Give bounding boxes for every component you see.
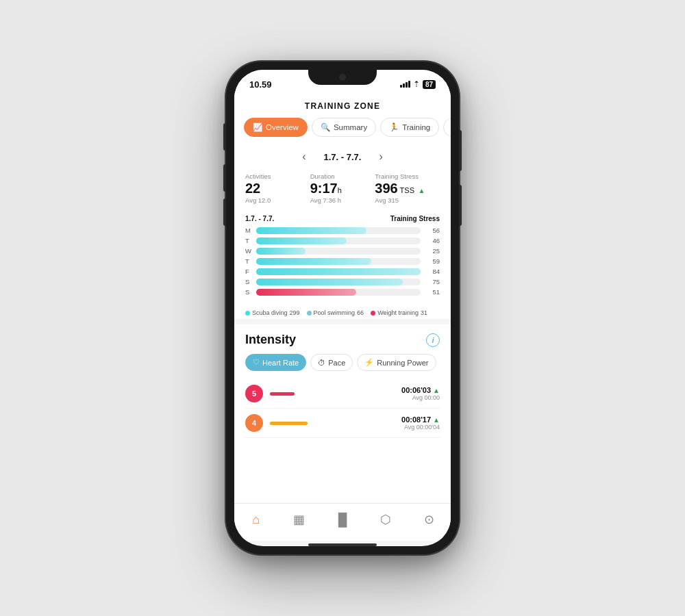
- weight-label: Weight training: [377, 309, 419, 316]
- nav-calendar[interactable]: ▦: [277, 509, 321, 530]
- tab-overview-label: Overview: [266, 123, 299, 131]
- subtab-runningpower[interactable]: ⚡ Running Power: [357, 354, 436, 371]
- bar-container-w: [256, 248, 421, 255]
- stat-tss: Training Stress 396 TSS ▲ Avg 315: [375, 172, 440, 204]
- bar-fill-m: [256, 227, 366, 234]
- bar-container-t1: [256, 238, 421, 244]
- trend-4: ▲: [433, 416, 440, 424]
- stat-duration: Duration 9:17h Avg 7:36 h: [310, 172, 375, 204]
- legend-weight: Weight training 31: [371, 309, 427, 316]
- legend-scuba: Scuba diving 299: [245, 309, 300, 316]
- tab-summary[interactable]: 🔍 Summary: [312, 118, 376, 137]
- bar-container-t2: [256, 258, 421, 265]
- status-time: 10.59: [249, 79, 272, 90]
- prev-date-btn[interactable]: ‹: [298, 149, 310, 164]
- tss-trend: ▲: [419, 187, 425, 194]
- date-nav: ‹ 1.7. - 7.7. ›: [234, 144, 451, 170]
- profile-icon: ⊙: [424, 512, 434, 527]
- intensity-subtabs: ♡ Heart Rate ⏱ Pace ⚡ Running Power: [245, 354, 440, 371]
- status-right: ⇡ 87: [400, 79, 436, 89]
- bar-row-m: M 56: [245, 227, 440, 234]
- bar-container-m: [256, 227, 421, 234]
- chart-column-label: Training Stress: [390, 215, 440, 222]
- scuba-dot: [245, 311, 250, 316]
- info-button[interactable]: i: [426, 333, 440, 347]
- signal-bar-2: [403, 84, 405, 88]
- stats-row: Activities 22 Avg 12.0 Duration 9:17h Av…: [234, 170, 451, 209]
- date-range: 1.7. - 7.7.: [324, 152, 362, 162]
- chart-period: 1.7. - 7.7.: [245, 215, 274, 222]
- bar-row-t1: T 46: [245, 237, 440, 244]
- intensity-bars-4: [270, 422, 395, 425]
- intensity-section: Intensity i ♡ Heart Rate ⏱ Pace: [234, 324, 451, 444]
- heartrate-icon: ♡: [253, 358, 260, 367]
- bar-row-s1: S 75: [245, 278, 440, 285]
- section-divider: [234, 319, 451, 324]
- main-content[interactable]: TRAINING ZONE 📈 Overview 🔍 Summary 🏃 Tra…: [234, 94, 451, 503]
- tss-avg: Avg 315: [375, 196, 440, 204]
- subtab-heartrate[interactable]: ♡ Heart Rate: [245, 354, 306, 371]
- tab-s[interactable]: S: [443, 118, 451, 137]
- intensity-time-4: 00:08'17 ▲: [401, 415, 440, 424]
- training-icon: 🏃: [389, 123, 399, 132]
- mini-bar-5: [270, 392, 295, 396]
- intensity-bars-5: [270, 392, 395, 396]
- trend-5: ▲: [433, 387, 440, 394]
- mini-bar-4: [270, 422, 308, 425]
- tab-training-label: Training: [402, 123, 430, 131]
- legend-pool: Pool swimming 66: [307, 309, 364, 316]
- stats-icon: ▐▌: [334, 513, 351, 527]
- badge-5: 5: [245, 385, 263, 402]
- duration-avg: Avg 7:36 h: [310, 196, 375, 204]
- tss-value: 396 TSS ▲: [375, 181, 440, 195]
- pace-label: Pace: [328, 359, 345, 367]
- chart-legend: Scuba diving 299 Pool swimming 66 Weight…: [234, 304, 451, 319]
- bar-row-s2: S 51: [245, 288, 440, 296]
- chart-header: 1.7. - 7.7. Training Stress: [245, 215, 440, 222]
- bar-fill-w: [256, 248, 306, 255]
- nav-map[interactable]: ⬡: [364, 509, 408, 530]
- nav-profile[interactable]: ⊙: [408, 509, 451, 530]
- activities-label: Activities: [245, 172, 310, 180]
- pool-value: 66: [357, 309, 364, 316]
- tab-overview[interactable]: 📈 Overview: [244, 118, 308, 137]
- phone-shell: 10.59 ⇡ 87 TRAINING ZONE 📈: [226, 62, 459, 554]
- bar-container-s2: [256, 289, 421, 296]
- battery: 87: [423, 80, 436, 89]
- bar-fill-s2: [256, 289, 356, 296]
- scuba-label: Scuba diving: [252, 309, 288, 316]
- intensity-item-5: 5 00:06'03 ▲ Avg 00:00: [245, 379, 440, 409]
- intensity-header: Intensity i: [245, 333, 440, 347]
- intensity-avg-5: Avg 00:00: [401, 394, 440, 401]
- map-icon: ⬡: [380, 512, 391, 527]
- notch: [308, 70, 377, 85]
- tab-summary-label: Summary: [334, 123, 367, 131]
- status-bar: 10.59 ⇡ 87: [234, 70, 451, 94]
- pace-icon: ⏱: [318, 359, 325, 367]
- nav-home[interactable]: ⌂: [234, 509, 277, 530]
- next-date-btn[interactable]: ›: [375, 149, 386, 164]
- chart-section: 1.7. - 7.7. Training Stress M 56 T: [234, 209, 451, 304]
- pool-dot: [307, 311, 312, 316]
- intensity-avg-4: Avg 00:00'04: [401, 424, 440, 431]
- weight-value: 31: [421, 309, 427, 316]
- subtab-pace[interactable]: ⏱ Pace: [310, 354, 353, 371]
- signal-bar-4: [408, 81, 410, 88]
- duration-label: Duration: [310, 172, 375, 180]
- intensity-time-5: 00:06'03 ▲: [401, 386, 440, 394]
- scuba-value: 299: [290, 309, 300, 316]
- intensity-right-4: 00:08'17 ▲ Avg 00:00'04: [401, 415, 440, 431]
- signal-bars: [400, 81, 410, 88]
- nav-stats[interactable]: ▐▌: [321, 509, 364, 530]
- overview-icon: 📈: [253, 123, 262, 132]
- home-bar: [308, 543, 377, 546]
- tab-bar: 📈 Overview 🔍 Summary 🏃 Training S: [234, 118, 451, 144]
- signal-bar-1: [400, 85, 402, 88]
- tab-training[interactable]: 🏃 Training: [380, 118, 439, 137]
- bar-fill-s1: [256, 279, 403, 285]
- bar-row-f: F 84: [245, 268, 440, 275]
- activities-avg: Avg 12.0: [245, 196, 310, 204]
- activities-value: 22: [245, 181, 310, 195]
- bar-container-s1: [256, 279, 421, 285]
- summary-icon: 🔍: [321, 123, 330, 132]
